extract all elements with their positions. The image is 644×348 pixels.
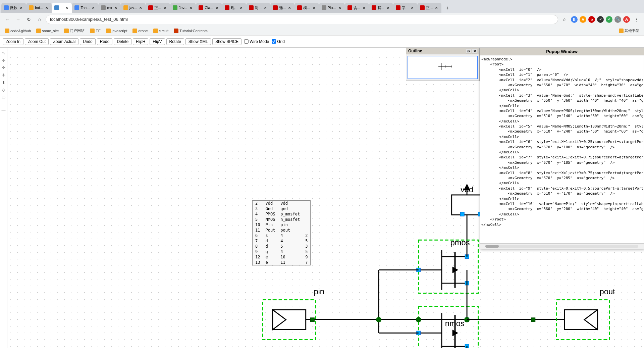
tab-zheng2[interactable]: 正... ✕ [417,3,441,13]
bookmark-code[interactable]: code&github [3,28,33,34]
tab-close[interactable]: ✕ [19,5,23,10]
table-row: 12e109 [253,254,310,260]
fliph-button[interactable]: FlipH [133,38,148,45]
tab-cla[interactable]: Cla... ✕ [196,3,222,13]
tab-favicon [273,5,278,10]
tab-close[interactable]: ✕ [44,5,49,10]
sidebar-icon-move[interactable]: ✛ [1,58,6,63]
tab-xuan[interactable]: 选... ✕ [270,3,294,13]
tab-dui[interactable]: 对... ✕ [246,3,270,13]
popup-scrollbar-h[interactable] [480,243,644,249]
tab-label: mx [107,6,112,10]
tab-close[interactable]: ✕ [410,5,415,10]
tab-pu[interactable]: 捕... ✕ [369,3,393,13]
tab-zi[interactable]: 字... ✕ [393,3,417,13]
show-xml-button[interactable]: Show XML [185,38,211,45]
tab-close[interactable]: ✕ [163,5,167,10]
redo-button[interactable]: Redo [97,38,113,45]
tab-close[interactable]: ✕ [189,5,193,10]
tab-mx[interactable]: mx ✕ [98,3,121,13]
sidebar-icon-move2[interactable]: ✛ [1,65,6,70]
ext-icon-abp[interactable]: b [588,16,595,23]
tab-tan[interactable]: 贪... ✕ [345,3,369,13]
wire-mode-checkbox[interactable] [244,39,249,44]
tab-close[interactable]: ✕ [287,5,292,10]
tab-close[interactable]: ✕ [337,5,342,10]
ext-icon-puzzle[interactable]: 🔧 [614,16,621,23]
bookmark-star-button[interactable]: ☆ [559,15,569,24]
tab-close[interactable]: ✕ [263,5,268,10]
outline-restore-button[interactable]: 🗗 [466,49,471,53]
zoom-out-button[interactable]: Zoom Out [25,38,49,45]
tab-jav2[interactable]: Jav... ✕ [170,3,196,13]
outline-mini-svg [408,56,475,78]
ext-icon-green[interactable]: ✓ [606,16,612,23]
tab-close[interactable]: ✕ [239,5,244,10]
scrollbar-thumb-h[interactable] [485,245,499,248]
tab-zheng1[interactable]: 正... ✕ [146,3,170,13]
address-bar[interactable]: localhost:8000/examples/a_test_06.html [46,15,558,24]
pin-label: pin [314,287,324,296]
tab-close[interactable]: ✕ [215,5,219,10]
ext-icon-tampermonkey[interactable]: ✓ [597,16,604,23]
tab-close[interactable]: ✕ [312,5,316,10]
tab-close[interactable]: ✕ [64,5,69,10]
table-row: 3Gndgnd [253,206,310,211]
table-row: 10Pinpin [253,222,310,228]
table-row: 13e117 [253,260,310,265]
tab-jav[interactable]: jav... ✕ [121,3,146,13]
wire-mode-label[interactable]: Wire Mode [244,39,269,44]
show-spice-button[interactable]: Show SPICE [212,38,241,45]
flipv-button[interactable]: FlipV [150,38,165,45]
zoom-actual-button[interactable]: Zoom Actual [50,38,78,45]
sidebar-icon-down[interactable]: ⬇ [1,80,6,85]
bookmark-some-site[interactable]: some_site [34,28,61,34]
bookmark-circuit[interactable]: circuit [151,28,171,34]
tab-close[interactable]: ✕ [91,5,96,10]
bookmark-icon [5,29,9,33]
bookmark-ee[interactable]: EE [88,28,103,34]
tab-active[interactable]: ✕ [52,3,72,13]
tab-too[interactable]: Too... ✕ [72,3,98,13]
bookmark-javascript[interactable]: javascript [104,28,129,34]
back-button[interactable]: ← [3,15,12,24]
refresh-button[interactable]: ↻ [24,15,34,24]
undo-button[interactable]: Undo [80,38,96,45]
tab-close[interactable]: ✕ [362,5,366,10]
sidebar-icon-move3[interactable]: ✛ [1,72,6,78]
outline-close-button[interactable]: ✕ [472,49,477,53]
new-tab-button[interactable]: + [443,3,452,13]
bookmark-drone[interactable]: drone [130,28,150,34]
tab-microsoft[interactable]: 微软 ✕ [1,3,26,13]
forward-button[interactable]: → [13,15,23,24]
grid-label[interactable]: Grid [272,39,285,44]
sidebar-icon-dash[interactable]: — [1,107,6,113]
tab-ind[interactable]: Ind... ✕ [26,3,52,13]
tab-plu[interactable]: Plu... ✕ [319,3,345,13]
ext-icon-bing[interactable]: B [571,16,578,23]
sidebar-icon-shape2[interactable]: ▭ [1,95,6,100]
popup-content[interactable]: <mxGraphModel> <root> <mxCell id="0" /> … [480,55,644,243]
zoom-in-button[interactable]: Zoom In [3,38,23,45]
menu-button[interactable]: ⋮ [632,15,641,24]
scrollbar-track-h [485,245,638,248]
tab-close[interactable]: ✕ [138,5,143,10]
tab-close[interactable]: ✕ [434,5,439,10]
sidebar-icon-cursor[interactable]: ↖ [1,50,6,56]
bookmark-label: drone [138,29,148,33]
home-button[interactable]: ⌂ [35,15,44,24]
tab-favicon [148,5,153,10]
tab-close[interactable]: ✕ [113,5,118,10]
sidebar-icon-shape1[interactable]: ◇ [1,87,6,93]
ext-icon-user[interactable]: A [623,16,630,23]
rotate-button[interactable]: Rotate [166,38,184,45]
grid-checkbox[interactable] [272,39,276,44]
tab-mo[interactable]: 模... ✕ [294,3,319,13]
bookmark-other[interactable]: 其他书签 [617,28,641,34]
bookmark-portal[interactable]: 门户网站 [62,28,87,34]
ext-icon-adblock[interactable]: A [580,16,586,23]
delete-button[interactable]: Delete [114,38,131,45]
tab-close[interactable]: ✕ [386,5,390,10]
tab-xian[interactable]: 现... ✕ [222,3,246,13]
bookmark-tutorial[interactable]: Tutorial:Contents... [172,28,213,34]
